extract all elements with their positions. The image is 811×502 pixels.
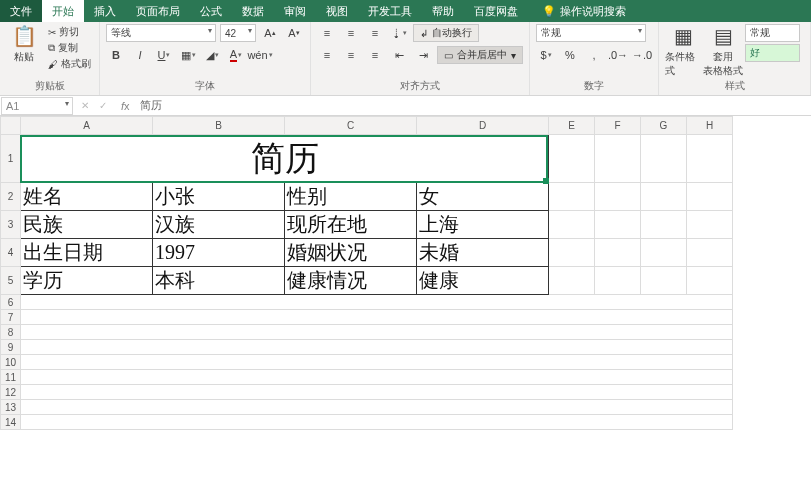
decrease-indent-button[interactable]: ⇤ — [389, 46, 409, 64]
row-10-cells[interactable] — [21, 355, 733, 370]
cell-B4[interactable]: 1997 — [153, 239, 285, 267]
align-middle-button[interactable]: ≡ — [341, 24, 361, 42]
paste-button[interactable]: 📋 粘贴 — [6, 24, 42, 64]
row-header-12[interactable]: 12 — [1, 385, 21, 400]
enter-icon[interactable]: ✓ — [95, 100, 111, 111]
bold-button[interactable]: B — [106, 46, 126, 64]
col-header-G[interactable]: G — [641, 117, 687, 135]
border-button[interactable]: ▦▾ — [178, 46, 198, 64]
cell-F4[interactable] — [595, 239, 641, 267]
cell-A2[interactable]: 姓名 — [21, 183, 153, 211]
cell-D3[interactable]: 上海 — [417, 211, 549, 239]
tab-insert[interactable]: 插入 — [84, 0, 126, 22]
comma-button[interactable]: , — [584, 46, 604, 64]
tab-data[interactable]: 数据 — [232, 0, 274, 22]
select-all-corner[interactable] — [1, 117, 21, 135]
cell-A4[interactable]: 出生日期 — [21, 239, 153, 267]
cell-C4[interactable]: 婚姻状况 — [285, 239, 417, 267]
number-format-select[interactable]: 常规 — [536, 24, 646, 42]
cell-style-normal[interactable]: 常规 — [745, 24, 800, 42]
cell-C3[interactable]: 现所在地 — [285, 211, 417, 239]
cell-E5[interactable] — [549, 267, 595, 295]
increase-indent-button[interactable]: ⇥ — [413, 46, 433, 64]
align-right-button[interactable]: ≡ — [365, 46, 385, 64]
cell-style-good[interactable]: 好 — [745, 44, 800, 62]
cell-H5[interactable] — [687, 267, 733, 295]
row-14-cells[interactable] — [21, 415, 733, 430]
increase-decimal-button[interactable]: .0→ — [608, 46, 628, 64]
tab-formula[interactable]: 公式 — [190, 0, 232, 22]
cell-A1-merged[interactable]: 简历 — [21, 135, 549, 183]
cell-G4[interactable] — [641, 239, 687, 267]
col-header-D[interactable]: D — [417, 117, 549, 135]
conditional-format-button[interactable]: ▦条件格式 — [665, 24, 701, 78]
cell-C5[interactable]: 健康情况 — [285, 267, 417, 295]
col-header-H[interactable]: H — [687, 117, 733, 135]
cell-E1[interactable] — [549, 135, 595, 183]
cell-H3[interactable] — [687, 211, 733, 239]
cell-G5[interactable] — [641, 267, 687, 295]
row-13-cells[interactable] — [21, 400, 733, 415]
format-as-table-button[interactable]: ▤套用 表格格式 — [705, 24, 741, 78]
row-9-cells[interactable] — [21, 340, 733, 355]
cell-B5[interactable]: 本科 — [153, 267, 285, 295]
align-left-button[interactable]: ≡ — [317, 46, 337, 64]
decrease-decimal-button[interactable]: →.0 — [632, 46, 652, 64]
cell-A3[interactable]: 民族 — [21, 211, 153, 239]
cell-E4[interactable] — [549, 239, 595, 267]
col-header-F[interactable]: F — [595, 117, 641, 135]
row-header-5[interactable]: 5 — [1, 267, 21, 295]
formula-input[interactable]: 简历 — [136, 98, 811, 113]
fill-color-button[interactable]: ◢▾ — [202, 46, 222, 64]
tab-help[interactable]: 帮助 — [422, 0, 464, 22]
cancel-icon[interactable]: ✕ — [77, 100, 93, 111]
tab-layout[interactable]: 页面布局 — [126, 0, 190, 22]
cut-button[interactable]: ✂剪切 — [46, 24, 93, 40]
font-color-button[interactable]: A▾ — [226, 46, 246, 64]
row-6-cells[interactable] — [21, 295, 733, 310]
row-header-14[interactable]: 14 — [1, 415, 21, 430]
tell-me-search[interactable]: 💡操作说明搜索 — [532, 0, 636, 22]
row-header-1[interactable]: 1 — [1, 135, 21, 183]
row-11-cells[interactable] — [21, 370, 733, 385]
cell-D2[interactable]: 女 — [417, 183, 549, 211]
phonetic-button[interactable]: wén▾ — [250, 46, 270, 64]
cell-D4[interactable]: 未婚 — [417, 239, 549, 267]
tab-file[interactable]: 文件 — [0, 0, 42, 22]
cell-E2[interactable] — [549, 183, 595, 211]
col-header-B[interactable]: B — [153, 117, 285, 135]
row-8-cells[interactable] — [21, 325, 733, 340]
cell-A5[interactable]: 学历 — [21, 267, 153, 295]
cell-D5[interactable]: 健康 — [417, 267, 549, 295]
col-header-C[interactable]: C — [285, 117, 417, 135]
cell-H4[interactable] — [687, 239, 733, 267]
tab-review[interactable]: 审阅 — [274, 0, 316, 22]
cell-B3[interactable]: 汉族 — [153, 211, 285, 239]
merge-center-button[interactable]: ▭合并后居中▾ — [437, 46, 523, 64]
cell-G3[interactable] — [641, 211, 687, 239]
font-size-select[interactable]: 42 — [220, 24, 256, 42]
row-header-7[interactable]: 7 — [1, 310, 21, 325]
row-7-cells[interactable] — [21, 310, 733, 325]
align-top-button[interactable]: ≡ — [317, 24, 337, 42]
cell-F1[interactable] — [595, 135, 641, 183]
cell-G1[interactable] — [641, 135, 687, 183]
cell-F2[interactable] — [595, 183, 641, 211]
cell-E3[interactable] — [549, 211, 595, 239]
tab-view[interactable]: 视图 — [316, 0, 358, 22]
spreadsheet[interactable]: A B C D E F G H 1 简历 2 姓名 小张 性别 女 3 民族 汉… — [0, 116, 733, 430]
accounting-format-button[interactable]: $▾ — [536, 46, 556, 64]
cell-F5[interactable] — [595, 267, 641, 295]
cell-F3[interactable] — [595, 211, 641, 239]
decrease-font-button[interactable]: A▾ — [284, 24, 304, 42]
row-header-13[interactable]: 13 — [1, 400, 21, 415]
align-bottom-button[interactable]: ≡ — [365, 24, 385, 42]
cell-C2[interactable]: 性别 — [285, 183, 417, 211]
col-header-E[interactable]: E — [549, 117, 595, 135]
increase-font-button[interactable]: A▴ — [260, 24, 280, 42]
orientation-button[interactable]: ⭭▾ — [389, 24, 409, 42]
format-painter-button[interactable]: 🖌格式刷 — [46, 56, 93, 72]
font-name-select[interactable]: 等线 — [106, 24, 216, 42]
row-12-cells[interactable] — [21, 385, 733, 400]
row-header-11[interactable]: 11 — [1, 370, 21, 385]
